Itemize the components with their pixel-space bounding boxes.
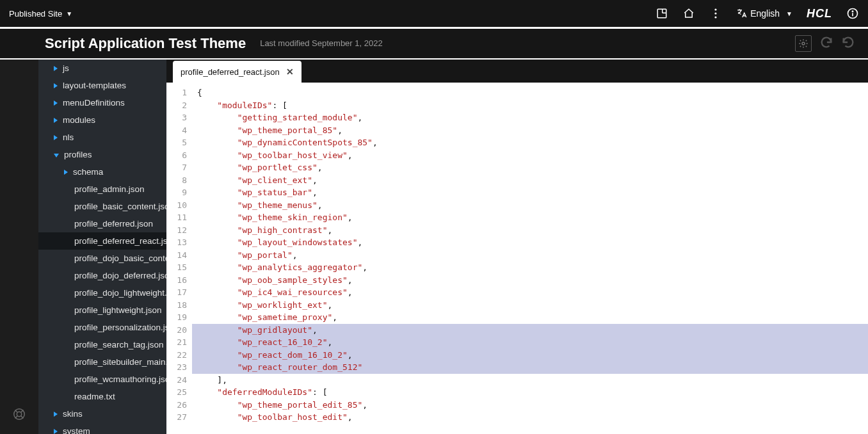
tree-item-label: profile_lightweight.json bbox=[74, 305, 162, 315]
tree-file[interactable]: profile_dojo_lightweight.json bbox=[38, 284, 166, 301]
tree-item-label: profile_deferred_react.json bbox=[74, 236, 166, 246]
code-content: { "moduleIDs": [ "getting_started_module… bbox=[192, 83, 868, 434]
svg-point-9 bbox=[17, 412, 21, 416]
tree-file[interactable]: profile_sitebuilder_main.json bbox=[38, 353, 166, 371]
tree-folder[interactable]: nls bbox=[38, 129, 166, 146]
tree-item-label: layout-templates bbox=[63, 81, 126, 90]
tree-folder[interactable]: profiles bbox=[38, 146, 166, 163]
tree-item-label: menuDefinitions bbox=[63, 98, 125, 108]
chevron-right-icon bbox=[54, 429, 58, 434]
tree-file[interactable]: profile_dojo_basic_content.json bbox=[38, 250, 166, 267]
home-icon[interactable] bbox=[682, 7, 695, 20]
settings-icon[interactable] bbox=[795, 35, 812, 52]
chevron-right-icon bbox=[64, 170, 68, 175]
svg-line-12 bbox=[15, 416, 18, 419]
chevron-right-icon bbox=[54, 100, 58, 106]
launch-icon[interactable] bbox=[655, 7, 668, 20]
more-icon[interactable] bbox=[709, 7, 722, 20]
chevron-right-icon bbox=[54, 118, 58, 123]
tree-file[interactable]: profile_lightweight.json bbox=[38, 301, 166, 319]
chevron-down-icon bbox=[54, 154, 59, 157]
language-label: English bbox=[750, 8, 780, 19]
close-icon[interactable]: ✕ bbox=[286, 67, 294, 77]
tree-item-label: modules bbox=[63, 115, 95, 125]
chevron-right-icon bbox=[54, 66, 58, 71]
tree-folder[interactable]: skins bbox=[38, 405, 166, 422]
site-switcher[interactable]: Published Site ▼ bbox=[9, 9, 72, 19]
tree-item-label: readme.txt bbox=[74, 392, 115, 401]
tree-folder[interactable]: layout-templates bbox=[38, 77, 166, 94]
tree-item-label: skins bbox=[63, 409, 83, 419]
tree-item-label: schema bbox=[73, 167, 103, 177]
chevron-right-icon bbox=[54, 135, 58, 140]
tree-item-label: profile_dojo_lightweight.json bbox=[74, 288, 166, 298]
tree-file[interactable]: profile_admin.json bbox=[38, 181, 166, 198]
tree-file[interactable]: profile_dojo_deferred.json bbox=[38, 267, 166, 284]
chevron-down-icon: ▼ bbox=[66, 10, 72, 17]
help-icon[interactable] bbox=[12, 407, 26, 424]
tree-item-label: profile_dojo_deferred.json bbox=[74, 271, 166, 280]
tree-folder[interactable]: schema bbox=[38, 163, 166, 181]
svg-line-13 bbox=[21, 416, 24, 419]
tree-file[interactable]: readme.txt bbox=[38, 388, 166, 405]
tree-file[interactable]: profile_basic_content.json bbox=[38, 198, 166, 215]
tree-item-label: profile_wcmauthoring.json bbox=[74, 374, 166, 384]
info-icon[interactable] bbox=[846, 7, 859, 20]
tree-item-label: nls bbox=[63, 133, 74, 142]
svg-line-11 bbox=[21, 410, 24, 413]
tree-item-label: profile_admin.json bbox=[74, 184, 145, 194]
site-label: Published Site bbox=[9, 9, 62, 19]
tree-item-label: profile_basic_content.json bbox=[74, 202, 166, 211]
tree-file[interactable]: profile_wcmauthoring.json bbox=[38, 371, 166, 388]
chevron-right-icon bbox=[54, 83, 58, 88]
code-editor[interactable]: 1234567891011121314151617181920212223242… bbox=[166, 83, 868, 434]
tree-folder[interactable]: modules bbox=[38, 111, 166, 129]
tree-item-label: profile_deferred.json bbox=[74, 219, 153, 229]
editor-tab[interactable]: profile_deferred_react.json ✕ bbox=[173, 61, 301, 83]
tree-item-label: profiles bbox=[64, 150, 92, 159]
tree-file[interactable]: profile_personalization.json bbox=[38, 319, 166, 336]
tree-file[interactable]: profile_search_tag.json bbox=[38, 336, 166, 353]
brand-logo: HCL bbox=[807, 7, 832, 20]
page-title: Script Application Test Theme bbox=[45, 35, 246, 52]
tree-file[interactable]: profile_deferred_react.json bbox=[38, 232, 166, 250]
tree-folder[interactable]: js bbox=[38, 60, 166, 77]
tree-folder[interactable]: menuDefinitions bbox=[38, 94, 166, 111]
chevron-down-icon: ▼ bbox=[786, 10, 792, 17]
file-tree: jslayout-templatesmenuDefinitionsmodules… bbox=[38, 60, 166, 434]
tree-item-label: system bbox=[63, 426, 90, 434]
last-modified-text: Last modified September 1, 2022 bbox=[260, 38, 383, 48]
translate-icon bbox=[736, 8, 748, 19]
svg-point-3 bbox=[715, 16, 717, 18]
svg-point-7 bbox=[802, 42, 805, 45]
tree-item-label: profile_search_tag.json bbox=[74, 340, 164, 350]
tab-label: profile_deferred_react.json bbox=[181, 67, 280, 77]
chevron-right-icon bbox=[54, 412, 58, 417]
tree-item-label: profile_dojo_basic_content.json bbox=[74, 253, 166, 263]
language-switcher[interactable]: English ▼ bbox=[736, 8, 792, 19]
tree-item-label: profile_sitebuilder_main.json bbox=[74, 357, 166, 367]
svg-point-1 bbox=[715, 8, 717, 10]
svg-point-6 bbox=[852, 11, 853, 12]
tab-bar: profile_deferred_react.json ✕ bbox=[166, 60, 868, 83]
svg-point-2 bbox=[715, 12, 717, 14]
line-numbers: 1234567891011121314151617181920212223242… bbox=[166, 83, 192, 434]
svg-line-10 bbox=[15, 410, 18, 413]
tree-folder[interactable]: system bbox=[38, 422, 166, 434]
redo-icon[interactable] bbox=[841, 35, 855, 52]
tree-item-label: js bbox=[63, 63, 69, 73]
undo-icon[interactable] bbox=[819, 35, 833, 52]
tree-file[interactable]: profile_deferred.json bbox=[38, 215, 166, 232]
tree-item-label: profile_personalization.json bbox=[74, 323, 166, 332]
